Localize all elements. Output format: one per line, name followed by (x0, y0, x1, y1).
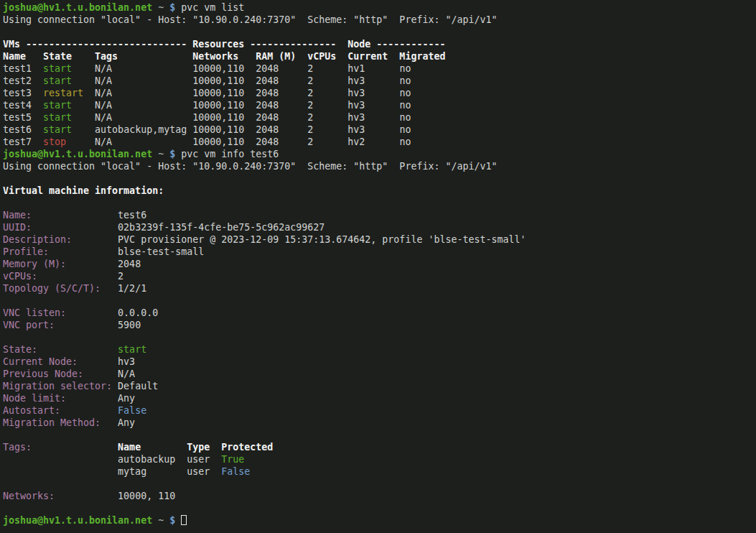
tag-protected: True (221, 454, 244, 465)
info-label: VNC port: (3, 320, 118, 330)
info-value: Default (118, 381, 158, 391)
info-value: 2 (118, 271, 123, 282)
text-segment (175, 515, 181, 526)
prompt-cwd: ~ (158, 2, 164, 13)
tag-protected: False (221, 466, 250, 477)
vm-row-test3: test3 restart N/A 10000,110 2048 2 hv3 n… (3, 87, 756, 99)
blank-line (3, 502, 756, 514)
info-value-autostart: False (118, 405, 146, 416)
command-pvc-vm-list: pvc vm list (181, 2, 244, 13)
info-value: 5900 (118, 320, 141, 330)
prompt-line-1: joshua@hv1.t.u.bonilan.net ~ $ pvc vm li… (3, 1, 756, 14)
info-current-node: Current Node: hv3 (3, 356, 756, 368)
info-value: Any (118, 393, 135, 404)
info-autostart: Autostart: False (3, 404, 756, 417)
blank-line (3, 478, 756, 490)
prompt-line-2: joshua@hv1.t.u.bonilan.net ~ $ pvc vm in… (3, 148, 756, 160)
info-vcpus: vCPUs: 2 (3, 270, 756, 282)
text-segment (152, 149, 158, 159)
vm-state: start (43, 75, 72, 86)
prompt-symbol: $ (169, 515, 175, 526)
connection-line: Using connection "local" - Host: "10.90.… (3, 14, 756, 26)
vm-name: test5 (3, 112, 43, 123)
info-label: vCPUs: (3, 271, 118, 282)
info-label: Current Node: (3, 356, 118, 367)
vm-state: restart (43, 88, 83, 98)
vm-name: test6 (3, 124, 43, 135)
vm-row-values: N/A 10000,110 2048 2 hv2 no (66, 136, 411, 147)
tags-header: Tags: Name Type Protected (3, 441, 756, 453)
info-memory: Memory (M): 2048 (3, 258, 756, 270)
command-pvc-vm-info: pvc vm info test6 (181, 149, 279, 159)
info-previous-node: Previous Node: N/A (3, 368, 756, 380)
tags-column-headers: Name Type Protected (118, 442, 273, 453)
tag-row-autobackup: autobackup user True (3, 453, 756, 465)
vm-table-group-header: VMs ---------------------------- Resourc… (3, 38, 756, 50)
info-value-state: start (118, 344, 146, 355)
prompt-line-3: joshua@hv1.t.u.bonilan.net ~ $ (3, 514, 756, 527)
info-state: State: start (3, 343, 756, 356)
vm-name: test7 (3, 136, 43, 147)
info-topology: Topology (S/C/T): 1/2/1 (3, 282, 756, 295)
info-description: Description: PVC provisioner @ 2023-12-0… (3, 233, 756, 246)
blank-line (3, 331, 756, 343)
info-label: Migration Method: (3, 417, 118, 428)
info-node-limit: Node limit: Any (3, 392, 756, 404)
vm-row-values: N/A 10000,110 2048 2 hv3 no (72, 100, 411, 111)
terminal-screen[interactable]: joshua@hv1.t.u.bonilan.net ~ $ pvc vm li… (0, 0, 756, 533)
terminal-cursor (181, 515, 187, 525)
info-vnc-listen: VNC listen: 0.0.0.0 (3, 307, 756, 319)
info-label: Tags: (3, 442, 118, 453)
vm-row-values: N/A 10000,110 2048 2 hv3 no (72, 112, 411, 123)
prompt-symbol: $ (169, 149, 175, 159)
text-segment (164, 149, 169, 159)
info-value: blse-test-small (118, 246, 204, 257)
info-label: Previous Node: (3, 369, 118, 379)
vm-name: test4 (3, 100, 43, 111)
info-label: Description: (3, 234, 118, 245)
prompt-user-host: joshua@hv1.t.u.bonilan.net (3, 149, 152, 159)
text-segment (152, 2, 158, 13)
info-name: Name: test6 (3, 209, 756, 221)
section-title: Virtual machine information: (3, 185, 164, 196)
blank-line (3, 172, 756, 185)
vm-row-values: N/A 10000,110 2048 2 hv3 no (83, 88, 411, 98)
tag-row-mytag: mytag user False (3, 465, 756, 478)
vm-name: test1 (3, 63, 43, 74)
text-segment (164, 2, 169, 13)
vm-name: test2 (3, 75, 43, 86)
info-profile: Profile: blse-test-small (3, 246, 756, 258)
vm-state: start (43, 63, 72, 74)
vm-row-values: N/A 10000,110 2048 2 hv1 no (72, 63, 411, 74)
vm-row-test7: test7 stop N/A 10000,110 2048 2 hv2 no (3, 136, 756, 148)
info-label: Networks: (3, 491, 118, 501)
section-title-line: Virtual machine information: (3, 185, 756, 197)
prompt-user-host: joshua@hv1.t.u.bonilan.net (3, 2, 152, 13)
info-label: UUID: (3, 222, 118, 233)
connection-info: Using connection "local" - Host: "10.90.… (3, 161, 497, 172)
blank-line (3, 295, 756, 307)
info-uuid: UUID: 02b3239f-135f-4cfe-be75-5c962ac996… (3, 221, 756, 233)
info-label: VNC listen: (3, 307, 118, 318)
info-label: Autostart: (3, 405, 118, 416)
vm-row-values: autobackup,mytag 10000,110 2048 2 hv3 no (72, 124, 411, 135)
info-label: Profile: (3, 246, 118, 257)
info-vnc-port: VNC port: 5900 (3, 319, 756, 331)
vm-row-test2: test2 start N/A 10000,110 2048 2 hv3 no (3, 75, 756, 87)
table-group-headers: VMs ---------------------------- Resourc… (3, 39, 445, 50)
info-value: Any (118, 417, 135, 428)
info-label: Topology (S/C/T): (3, 283, 118, 294)
blank-line (3, 26, 756, 38)
info-migration-selector: Migration selector: Default (3, 380, 756, 392)
info-value: 10000, 110 (118, 491, 175, 501)
info-label: Name: (3, 210, 118, 221)
info-migration-method: Migration Method: Any (3, 417, 756, 429)
vm-state: start (43, 112, 72, 123)
vm-row-test5: test5 start N/A 10000,110 2048 2 hv3 no (3, 111, 756, 124)
info-value: 2048 (118, 259, 141, 269)
connection-info: Using connection "local" - Host: "10.90.… (3, 14, 497, 25)
vm-row-test6: test6 start autobackup,mytag 10000,110 2… (3, 124, 756, 136)
info-value: N/A (118, 369, 135, 379)
prompt-cwd: ~ (158, 149, 164, 159)
info-value: 02b3239f-135f-4cfe-be75-5c962ac99627 (118, 222, 325, 233)
